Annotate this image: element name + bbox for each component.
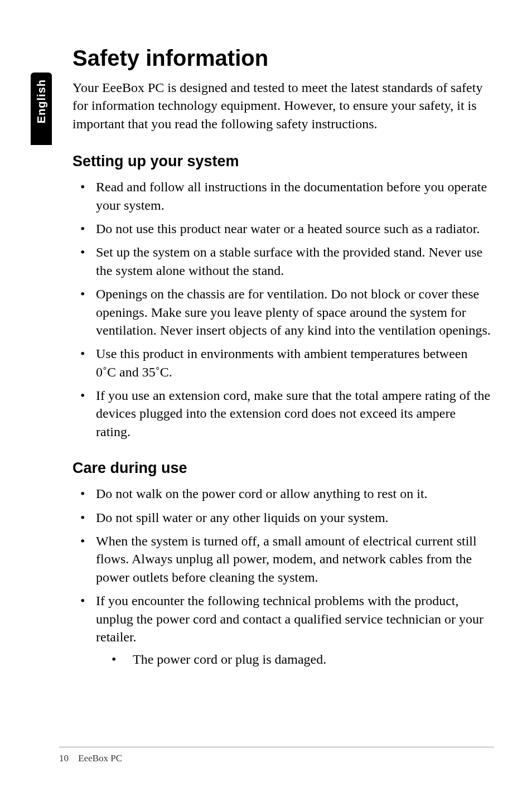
footer-product: EeeBox PC bbox=[78, 753, 122, 764]
sub-list-item: The power cord or plug is damaged. bbox=[96, 650, 491, 668]
list-item: Do not use this product near water or a … bbox=[72, 220, 491, 238]
language-tab: English bbox=[31, 73, 52, 145]
page-title: Safety information bbox=[72, 46, 491, 71]
list-item: Use this product in environments with am… bbox=[72, 345, 491, 381]
list-item: Set up the system on a stable surface wi… bbox=[72, 243, 491, 279]
list-item: If you encounter the following technical… bbox=[72, 592, 491, 669]
list-item: When the system is turned off, a small a… bbox=[72, 532, 491, 586]
list-item: Do not spill water or any other liquids … bbox=[72, 509, 491, 526]
language-tab-label: English bbox=[35, 79, 48, 123]
intro-paragraph: Your EeeBox PC is designed and tested to… bbox=[72, 79, 491, 133]
sub-bullet-list: The power cord or plug is damaged. bbox=[96, 650, 491, 668]
list-item: Openings on the chassis are for ventilat… bbox=[72, 285, 491, 339]
page-content: Safety information Your EeeBox PC is des… bbox=[72, 46, 491, 688]
list-item: Read and follow all instructions in the … bbox=[72, 178, 491, 214]
bullet-list-setup: Read and follow all instructions in the … bbox=[72, 178, 491, 441]
list-item-text: If you encounter the following technical… bbox=[96, 593, 483, 644]
page-number: 10 bbox=[59, 753, 76, 764]
bullet-list-care: Do not walk on the power cord or allow a… bbox=[72, 485, 491, 669]
list-item: Do not walk on the power cord or allow a… bbox=[72, 485, 491, 503]
section-heading-setup: Setting up your system bbox=[72, 153, 491, 170]
list-item: If you use an extension cord, make sure … bbox=[72, 386, 491, 441]
section-heading-care: Care during use bbox=[72, 460, 491, 477]
page-footer: 10 EeeBox PC bbox=[59, 747, 494, 764]
